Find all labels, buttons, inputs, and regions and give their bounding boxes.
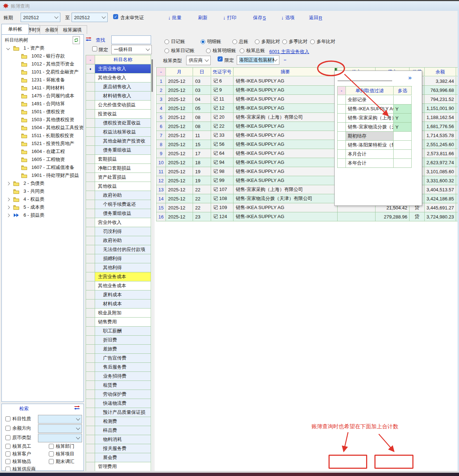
ledger-row-number[interactable]: 15 bbox=[156, 203, 166, 212]
account-row[interactable]: 其他利得 bbox=[95, 263, 151, 272]
account-row[interactable]: 废品销售收入 bbox=[95, 82, 151, 92]
account-row[interactable]: 资产处置损益 bbox=[95, 173, 151, 182]
tree-item[interactable]: 1411 - 周转材料 bbox=[2, 84, 83, 92]
filter-multi-cell[interactable]: Y bbox=[394, 114, 412, 123]
account-row[interactable]: 其他业务收入 bbox=[95, 73, 151, 82]
calc-radio[interactable]: 核算明细账 bbox=[206, 47, 236, 54]
account-row[interactable]: 检测费 bbox=[95, 417, 151, 426]
supplier-select[interactable]: 洛阳正道包装材料有 bbox=[237, 55, 279, 65]
account-row[interactable]: 主营业务收入 bbox=[95, 64, 151, 73]
ledger-row-number[interactable]: 4 bbox=[156, 104, 166, 113]
filter-row[interactable]: 销售-宜家物流分拨（天津 bbox=[346, 123, 394, 132]
search-option[interactable]: 原币类型 bbox=[5, 434, 31, 441]
tab-4[interactable]: 核算漏填 bbox=[57, 25, 87, 34]
account-row[interactable]: 债务重组收益 bbox=[95, 209, 151, 218]
tree-item[interactable]: 1491 - 合同结算 bbox=[2, 100, 83, 108]
account-list-scrollbar[interactable] bbox=[151, 55, 153, 471]
account-row[interactable]: 投资收益 bbox=[95, 110, 151, 119]
tree-item[interactable]: 1475 - 合同履约成本 bbox=[2, 92, 83, 100]
ledger-row-number[interactable]: 8 bbox=[156, 140, 166, 149]
search-select[interactable] bbox=[38, 434, 82, 442]
view-radio[interactable]: 多期比对 bbox=[255, 38, 280, 45]
ledger-header-8[interactable]: 余额 bbox=[425, 68, 456, 76]
filter-column-header[interactable]: 单列取值过滤 bbox=[346, 86, 394, 95]
filter-multi-cell[interactable] bbox=[394, 132, 412, 141]
expand-closed-icon[interactable] bbox=[5, 182, 10, 185]
account-row[interactable]: 废料成本 bbox=[95, 290, 151, 299]
account-row[interactable]: 债权投资处置收益 bbox=[95, 119, 151, 128]
tree-refresh-icon[interactable] bbox=[73, 36, 80, 44]
swap-icon[interactable] bbox=[86, 37, 91, 42]
ledger-header-2[interactable]: 日 bbox=[193, 68, 211, 76]
account-row[interactable]: 无法偿付的应付款项 bbox=[95, 245, 151, 254]
tree-item[interactable]: 1511 - 长期股权投资 bbox=[2, 132, 83, 140]
tree-item[interactable]: 1 - 资产类 bbox=[2, 44, 83, 52]
tree-item[interactable]: 1901 - 待处理财产损益 bbox=[2, 171, 83, 179]
filter-multi-header[interactable]: 多选 bbox=[394, 86, 412, 95]
ledger-header-4[interactable]: 摘要 bbox=[233, 68, 338, 76]
ledger-row-number[interactable]: 13 bbox=[156, 185, 166, 194]
account-row[interactable]: 捐赠利得 bbox=[95, 254, 151, 263]
account-row[interactable]: 租赁费 bbox=[95, 381, 151, 390]
ledger-row-number[interactable]: 5 bbox=[156, 113, 166, 122]
ledger-row-number[interactable]: 12 bbox=[156, 176, 166, 185]
unaudited-checkbox[interactable]: ✓ bbox=[113, 14, 118, 19]
batch-button[interactable]: ↓ 批量 bbox=[168, 14, 181, 21]
tree-item[interactable]: 1503 - 其他债权投资 bbox=[2, 116, 83, 124]
tree-item[interactable]: 1604 - 在建工程 bbox=[2, 148, 83, 156]
popup-expand-icon[interactable]: » bbox=[408, 74, 411, 81]
period-to-select[interactable]: 202512 bbox=[72, 13, 108, 22]
ledger-row-number[interactable]: 14 bbox=[156, 194, 166, 203]
back-button[interactable]: 返回R bbox=[309, 14, 322, 21]
filter-row[interactable]: 销售-洛阳莱特柜业（集团 bbox=[346, 141, 394, 150]
search-option[interactable]: 期末调汇 bbox=[49, 458, 74, 465]
ledger-row-number[interactable]: 3 bbox=[156, 95, 166, 104]
ledger-row-number[interactable]: 11 bbox=[156, 167, 166, 176]
account-row[interactable]: 罚没利得 bbox=[95, 227, 151, 236]
account-link[interactable]: 6001 主营业务收入 bbox=[269, 48, 309, 55]
filter-input-line[interactable] bbox=[338, 81, 392, 81]
search-option[interactable]: 余额方向 bbox=[5, 425, 31, 432]
swap-icon[interactable] bbox=[74, 405, 80, 411]
account-row[interactable]: 劳动保护费 bbox=[95, 390, 151, 399]
account-row[interactable]: 材料销售收入 bbox=[95, 92, 151, 101]
tree-item[interactable]: 1504 - 其他权益工具投资 bbox=[2, 124, 83, 132]
calc-type-select[interactable]: 供应商 bbox=[186, 56, 211, 65]
account-row[interactable]: 营业外收入 bbox=[95, 218, 151, 227]
account-row[interactable]: 政府补助 bbox=[95, 191, 151, 200]
tree-item[interactable]: 5 - 成本类 bbox=[2, 203, 83, 211]
ledger-row-number[interactable]: 6 bbox=[156, 122, 166, 131]
tree-item[interactable]: 6 - 损益类 bbox=[2, 211, 83, 219]
ledger-header-3[interactable]: 凭证字号 bbox=[211, 68, 233, 76]
filter-multi-cell[interactable] bbox=[394, 95, 412, 105]
account-row[interactable]: 快递物流费 bbox=[95, 399, 151, 408]
account-row[interactable]: 差旅费 bbox=[95, 345, 151, 354]
search-select[interactable] bbox=[38, 424, 82, 433]
restrict-checkbox[interactable] bbox=[92, 46, 97, 51]
expand-open-icon[interactable] bbox=[5, 47, 10, 50]
account-row[interactable]: 材料成本 bbox=[95, 299, 151, 309]
view-radio[interactable]: 日记账 bbox=[164, 38, 185, 45]
calc-radio[interactable]: 核算日记账 bbox=[164, 47, 194, 54]
expand-closed-icon[interactable] bbox=[5, 214, 10, 217]
account-row[interactable]: 债务重组收益 bbox=[95, 146, 151, 155]
account-row[interactable]: 权益法核算收益 bbox=[95, 128, 151, 137]
expand-closed-icon[interactable] bbox=[5, 206, 10, 209]
account-row[interactable]: 报关服务费 bbox=[95, 444, 151, 453]
account-row[interactable]: 广告宣传费 bbox=[95, 354, 151, 363]
save-button[interactable]: 保存S bbox=[253, 14, 266, 21]
account-row[interactable]: 政府补助 bbox=[95, 236, 151, 245]
tree-item[interactable]: 1101 - 交易性金融资产 bbox=[2, 68, 83, 76]
tree-item[interactable]: 1012 - 其他货币资金 bbox=[2, 60, 83, 68]
account-row[interactable]: 折旧费 bbox=[95, 336, 151, 345]
account-row[interactable]: 公允价值变动损益 bbox=[95, 101, 151, 110]
tree-item[interactable]: 1231 - 坏账准备 bbox=[2, 76, 83, 84]
view-radio[interactable]: 明细账 bbox=[201, 38, 221, 45]
filter-row[interactable]: 全部记录 bbox=[346, 95, 394, 105]
account-row[interactable]: 销售费用 bbox=[95, 318, 151, 327]
account-row[interactable]: 其他业务成本 bbox=[95, 281, 151, 290]
tree-item[interactable]: 2 - 负债类 bbox=[2, 179, 83, 187]
filter-multi-cell[interactable]: Y bbox=[394, 105, 412, 114]
refresh-button[interactable]: 刷新 bbox=[198, 14, 207, 21]
period-from-select[interactable]: 202512 bbox=[21, 13, 60, 22]
